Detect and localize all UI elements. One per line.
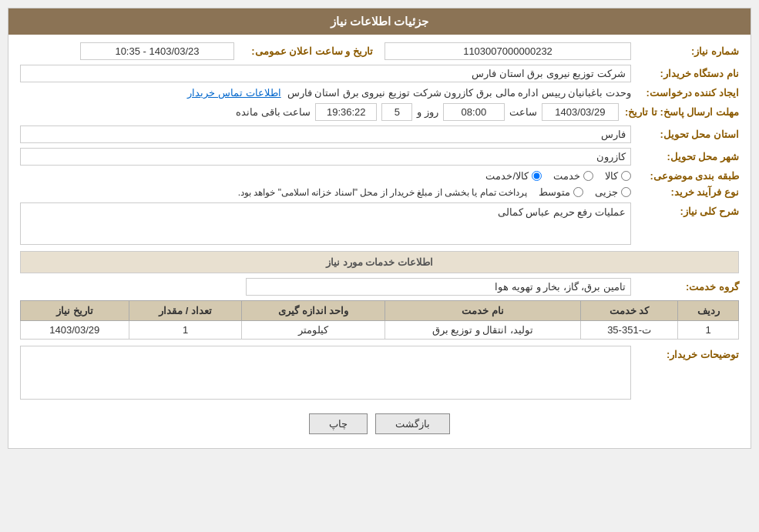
cell-quantity: 1	[129, 321, 242, 340]
creator-label: ایجاد کننده درخواست:	[631, 87, 739, 99]
announcement-date-label: تاریخ و ساعت اعلان عمومی:	[234, 45, 373, 57]
delivery-province-label: استان محل تحویل:	[631, 129, 739, 140]
col-service-code: کد خدمت	[580, 301, 677, 321]
creator-value: وحدت باغبانیان رییس اداره مالی برق کازرو…	[287, 87, 631, 99]
buyer-notes-textarea[interactable]	[20, 346, 631, 400]
general-description-value: عملیات رفع حریم عباس کمالی	[498, 206, 626, 218]
category-radio-group: کالا خدمت کالا/خدمت	[20, 170, 631, 182]
page-header: جزئیات اطلاعات نیاز	[8, 8, 751, 35]
delivery-city-value: کازرون	[20, 148, 631, 166]
process-note: پرداخت تمام یا بخشی از مبلغ خریدار از مح…	[238, 187, 527, 198]
category-option-kala[interactable]: کالا	[605, 170, 631, 182]
general-description-box: عملیات رفع حریم عباس کمالی	[20, 202, 631, 245]
action-buttons: بازگشت چاپ	[20, 406, 739, 440]
buyer-name-label: نام دستگاه خریدار:	[631, 68, 739, 79]
process-option-jozi[interactable]: جزیی	[595, 186, 631, 198]
cell-row-number: 1	[678, 321, 739, 340]
response-remaining-value: 19:36:22	[315, 103, 377, 121]
col-quantity: تعداد / مقدار	[129, 301, 242, 321]
buyer-notes-label: توضیحات خریدار:	[631, 346, 739, 360]
col-unit: واحد اندازه گیری	[242, 301, 385, 321]
response-time-label: ساعت	[509, 106, 537, 118]
col-date: تاریخ نیاز	[21, 301, 129, 321]
response-time-value: 08:00	[443, 103, 505, 121]
category-option-kala-khedmat-label: کالا/خدمت	[485, 170, 529, 182]
category-option-kala-label: کالا	[605, 170, 618, 182]
buyer-name-value: شرکت توزیع نیروی برق استان فارس	[20, 65, 631, 82]
category-option-khedmat[interactable]: خدمت	[553, 170, 593, 182]
col-service-name: نام خدمت	[385, 301, 580, 321]
response-days-value: 5	[381, 103, 412, 121]
table-row: 1 ت-351-35 تولید، انتقال و توزیع برق کیل…	[21, 321, 739, 340]
response-remaining-label: ساعت باقی مانده	[236, 106, 311, 118]
cell-unit: کیلومتر	[242, 321, 385, 340]
print-button[interactable]: چاپ	[309, 413, 368, 434]
announcement-date-value: 1403/03/23 - 10:35	[80, 42, 234, 60]
need-number-label: شماره نیاز:	[631, 45, 739, 57]
category-option-kala-khedmat[interactable]: کالا/خدمت	[485, 170, 542, 182]
contact-info-link[interactable]: اطلاعات تماس خریدار	[187, 87, 280, 99]
process-option-motavasset[interactable]: متوسط	[539, 186, 583, 198]
delivery-province-value: فارس	[20, 125, 631, 143]
service-group-label: گروه خدمت:	[631, 281, 739, 293]
cell-service-code: ت-351-35	[580, 321, 677, 340]
category-option-khedmat-label: خدمت	[553, 170, 580, 182]
general-description-label: شرح کلی نیاز:	[631, 202, 739, 217]
col-row-number: ردیف	[678, 301, 739, 321]
response-deadline-label: مهلت ارسال پاسخ: تا تاریخ:	[619, 106, 739, 118]
delivery-city-label: شهر محل تحویل:	[631, 151, 739, 162]
response-date-value: 1403/03/29	[542, 103, 619, 121]
need-number-value: 1103007000000232	[385, 42, 631, 60]
category-label: طبقه بندی موضوعی:	[631, 170, 739, 182]
process-option-jozi-label: جزیی	[595, 186, 618, 198]
response-days-label: روز و	[417, 106, 438, 118]
services-table: ردیف کد خدمت نام خدمت واحد اندازه گیری ت…	[20, 300, 739, 340]
cell-service-name: تولید، انتقال و توزیع برق	[385, 321, 580, 340]
back-button[interactable]: بازگشت	[375, 413, 450, 434]
service-group-value: تامین برق، گاز، بخار و تهویه هوا	[246, 278, 631, 296]
process-option-motavasset-label: متوسط	[539, 186, 570, 198]
cell-date: 1403/03/29	[21, 321, 129, 340]
process-type-label: نوع فرآیند خرید:	[631, 186, 739, 198]
services-section-title: اطلاعات خدمات مورد نیاز	[20, 251, 739, 273]
